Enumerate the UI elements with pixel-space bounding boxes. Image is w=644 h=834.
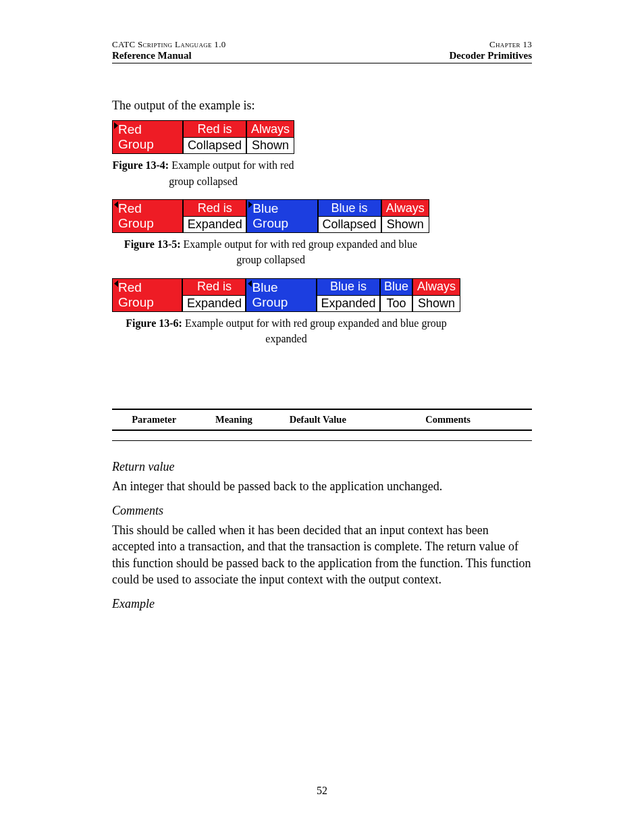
cell-always: Always: [412, 278, 460, 295]
figure-13-6: Red Group Red is Expanded Blue Group Blu…: [112, 278, 460, 312]
collapse-left-icon: [114, 280, 118, 287]
intro-paragraph: The output of the example is:: [112, 97, 532, 113]
cell-collapsed: Collapsed: [183, 137, 246, 154]
cell-shown: Shown: [412, 295, 460, 312]
caption-text: Example output for: [185, 317, 271, 329]
figure-13-5: Red Group Red is Expanded Blue Group Blu…: [112, 199, 429, 233]
header-left-bottom: Reference Manual: [112, 50, 192, 61]
cell-collapsed: Collapsed: [318, 216, 381, 233]
header-rule: [112, 63, 532, 63]
cell-always: Always: [246, 120, 294, 137]
header-right-top: Chapter 13: [489, 39, 532, 50]
running-header: CATC Scripting Language 1.0 Chapter 13 R…: [112, 39, 532, 63]
caption-label: Figure 13-4:: [113, 159, 169, 171]
collapse-left-icon: [248, 280, 252, 287]
page-number: 52: [0, 785, 644, 797]
cell-expanded: Expanded: [182, 295, 246, 312]
caption-label: Figure 13-6:: [126, 317, 182, 329]
header-left-top: CATC Scripting Language 1.0: [112, 39, 226, 50]
caption-label: Figure 13-5:: [124, 238, 181, 250]
red-group-cell: Red Group: [112, 278, 182, 312]
return-value-body: An integer that should be passed back to…: [112, 478, 532, 494]
figure-13-4-caption: Figure 13-4: Example output for with red…: [112, 158, 294, 188]
cell-red-is: Red is: [183, 120, 246, 137]
caption-text: Example output for: [184, 238, 270, 250]
header-right-bottom: Decoder Primitives: [449, 50, 532, 61]
red-group-label: Red Group: [118, 122, 177, 152]
caption-text-2: with red group expanded and blue group e…: [265, 317, 446, 344]
comments-heading: Comments: [112, 504, 532, 518]
table-header-default: Default Value: [271, 410, 364, 429]
red-group-cell: Red Group: [112, 120, 183, 154]
cell-blue-is: Blue is: [317, 278, 380, 295]
red-group-cell: Red Group: [112, 199, 183, 233]
expand-right-icon: [248, 201, 252, 208]
table-header-parameter: Parameter: [112, 410, 196, 429]
red-group-label: Red Group: [118, 280, 176, 310]
collapse-left-icon: [114, 201, 118, 208]
cell-red-is: Red is: [183, 199, 246, 216]
blue-group-cell: Blue Group: [246, 199, 317, 233]
figure-13-6-caption: Figure 13-6: Example output for with red…: [112, 316, 460, 346]
cell-red-is: Red is: [182, 278, 246, 295]
table-header-meaning: Meaning: [196, 410, 271, 429]
cell-blue-is: Blue is: [318, 199, 381, 216]
cell-too: Too: [380, 295, 412, 312]
comments-body: This should be called when it has been d…: [112, 522, 532, 588]
caption-text: Example output for: [171, 159, 258, 171]
figure-13-5-caption: Figure 13-5: Example output for with red…: [112, 237, 429, 267]
cell-shown: Shown: [381, 216, 429, 233]
cell-expanded: Expanded: [183, 216, 246, 233]
parameter-table: Parameter Meaning Default Value Comments: [112, 409, 532, 441]
red-group-label: Red Group: [118, 201, 177, 231]
table-header-comments: Comments: [364, 410, 532, 429]
blue-group-label: Blue Group: [252, 201, 311, 231]
figure-13-4: Red Group Red is Collapsed Always Shown: [112, 120, 294, 154]
blue-group-cell: Blue Group: [246, 278, 316, 312]
blue-group-label: Blue Group: [252, 280, 310, 310]
cell-always: Always: [381, 199, 429, 216]
cell-shown: Shown: [246, 137, 294, 154]
cell-blue: Blue: [380, 278, 412, 295]
return-value-heading: Return value: [112, 460, 532, 474]
expand-right-icon: [114, 122, 118, 129]
example-heading: Example: [112, 597, 532, 611]
cell-expanded: Expanded: [317, 295, 380, 312]
